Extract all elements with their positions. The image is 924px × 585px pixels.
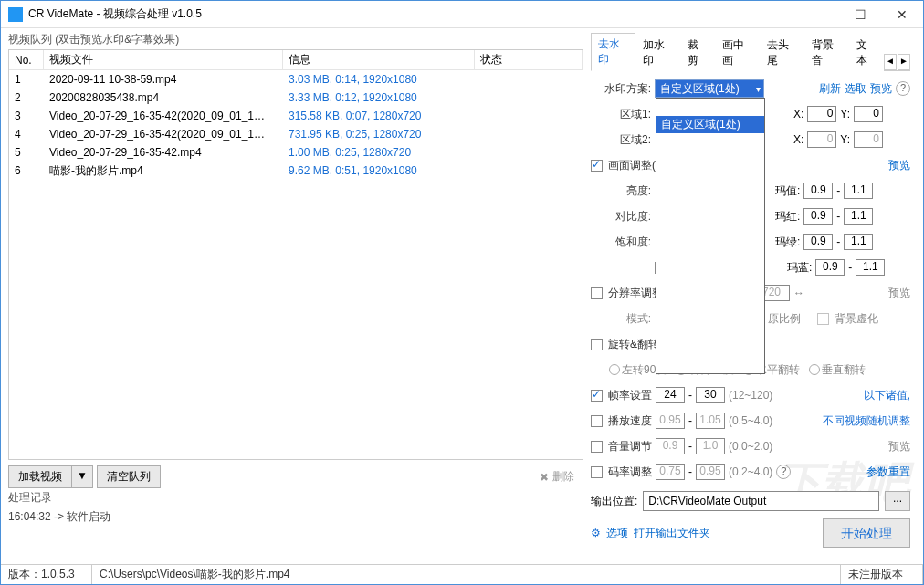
adjust-checkbox[interactable] xyxy=(591,160,603,172)
refresh-link[interactable]: 刷新 xyxy=(819,81,841,97)
speed-label: 播放速度 xyxy=(608,413,652,429)
tab-4[interactable]: 去头尾 xyxy=(760,34,804,71)
clear-queue-button[interactable]: 清空队列 xyxy=(97,465,161,488)
vol-lo-input[interactable]: 0.9 xyxy=(656,438,685,454)
fps-hi-input[interactable]: 30 xyxy=(696,387,725,403)
speed-hi-input[interactable]: 1.05 xyxy=(696,413,725,429)
minimize-button[interactable]: — xyxy=(797,1,839,28)
x-icon: ✖ xyxy=(540,471,549,484)
close-button[interactable]: ✕ xyxy=(881,1,923,28)
res-preview-link[interactable]: 预览 xyxy=(888,286,910,301)
pick-link[interactable]: 选取 xyxy=(845,81,866,97)
rotate-l90-radio[interactable] xyxy=(609,364,620,375)
tab-3[interactable]: 画中画 xyxy=(715,34,760,71)
adjust-preview-link[interactable]: 预览 xyxy=(888,158,910,173)
dropdown-option[interactable]: 小红书 xyxy=(656,321,764,339)
swap-icon[interactable]: ↔ xyxy=(793,287,804,299)
scheme-select[interactable]: 自定义区域(1处)▾ 不去水印自定义区域(1处)自定义区域(2处)Bilibil… xyxy=(655,79,764,98)
dropdown-option[interactable]: Bilibili xyxy=(656,151,764,165)
load-video-button[interactable]: 加载视频▼ xyxy=(8,465,93,488)
start-button[interactable]: 开始处理 xyxy=(823,518,910,548)
gamma-r-lo-input[interactable]: 0.9 xyxy=(803,208,833,225)
log-output: 16:04:32 -> 软件启动 xyxy=(8,507,583,539)
tab-prev-button[interactable]: ◄ xyxy=(884,54,897,70)
region2-x-input: 0 xyxy=(807,131,836,148)
fps-checkbox[interactable] xyxy=(591,390,603,402)
col-info[interactable]: 信息 xyxy=(283,50,475,69)
fps-lo-input[interactable]: 24 xyxy=(656,387,685,403)
col-state[interactable]: 状态 xyxy=(475,50,583,69)
adjust-label: 画面调整( xyxy=(608,158,656,173)
table-row[interactable]: 4Video_20-07-29_16-35-42(2020_09_01_1…73… xyxy=(9,125,583,143)
video-list[interactable]: No. 视频文件 信息 状态 12020-09-11 10-38-59.mp43… xyxy=(8,49,583,460)
dropdown-option[interactable]: 腾讯视频 xyxy=(656,269,764,287)
chevron-down-icon[interactable]: ▼ xyxy=(72,465,93,488)
speed-checkbox[interactable] xyxy=(591,415,603,427)
dropdown-option[interactable]: 趣多拍 xyxy=(656,252,764,269)
region1-y-input[interactable]: 0 xyxy=(854,106,883,122)
fps-note: 以下诸值, xyxy=(864,388,910,403)
gamma-b-hi-input[interactable]: 1.1 xyxy=(856,259,885,276)
table-row[interactable]: 5Video_20-07-29_16-35-42.mp41.00 MB, 0:2… xyxy=(9,143,583,162)
output-label: 输出位置: xyxy=(591,494,637,509)
col-no[interactable]: No. xyxy=(9,50,44,69)
chevron-down-icon: ▾ xyxy=(756,84,761,94)
gamma-hi-input[interactable]: 1.1 xyxy=(844,183,873,199)
gamma-b-lo-input[interactable]: 0.9 xyxy=(815,259,845,276)
scheme-dropdown[interactable]: 不去水印自定义区域(1处)自定义区域(2处)Bilibili爱奇艺好看视频梨视频… xyxy=(656,98,765,374)
tab-6[interactable]: 文本 xyxy=(849,34,884,71)
bitrate-hi-input[interactable]: 0.95 xyxy=(696,464,725,480)
delete-button[interactable]: ✖删除 xyxy=(530,466,583,487)
tabs: 去水印加水印裁剪画中画去头尾背景音文本◄► xyxy=(591,49,910,71)
vflip-radio[interactable] xyxy=(809,364,820,375)
maximize-button[interactable]: ☐ xyxy=(839,1,881,28)
browse-button[interactable]: ... xyxy=(885,491,910,511)
help-icon[interactable]: ? xyxy=(776,465,791,479)
tab-2[interactable]: 裁剪 xyxy=(680,34,715,71)
help-icon[interactable]: ? xyxy=(896,81,910,96)
col-file[interactable]: 视频文件 xyxy=(44,50,283,69)
x-label: X: xyxy=(793,108,803,120)
gamma-lo-input[interactable]: 0.9 xyxy=(803,183,833,199)
dropdown-option[interactable]: 西瓜视频 xyxy=(656,304,764,321)
open-output-link[interactable]: 打开输出文件夹 xyxy=(634,526,710,541)
table-row[interactable]: 12020-09-11 10-38-59.mp43.03 MB, 0:14, 1… xyxy=(9,70,583,89)
mode-label: 模式: xyxy=(591,311,651,327)
table-row[interactable]: 6喵影-我的影片.mp49.62 MB, 0:51, 1920x1080 xyxy=(9,162,583,180)
table-row[interactable]: 220200828035438.mp43.33 MB, 0:12, 1920x1… xyxy=(9,89,583,107)
speed-lo-input[interactable]: 0.95 xyxy=(656,413,685,429)
tab-next-button[interactable]: ► xyxy=(898,54,910,70)
gamma-g-lo-input[interactable]: 0.9 xyxy=(803,234,833,250)
bitrate-checkbox[interactable] xyxy=(591,466,603,478)
preview-link[interactable]: 预览 xyxy=(870,81,892,97)
tab-0[interactable]: 去水印 xyxy=(591,33,635,71)
dropdown-option[interactable]: 秒拍 xyxy=(656,235,764,252)
dropdown-option[interactable]: 爱奇艺 xyxy=(656,165,764,183)
dropdown-option[interactable]: 自定义区域(2处) xyxy=(656,133,764,151)
bg-blur-label: 背景虚化 xyxy=(835,311,878,327)
volume-checkbox[interactable] xyxy=(591,441,603,453)
vol-preview-link[interactable]: 预览 xyxy=(888,439,910,454)
rotate-checkbox[interactable] xyxy=(591,339,603,350)
dropdown-option[interactable]: 梨视频左 xyxy=(656,217,764,235)
tab-1[interactable]: 加水印 xyxy=(635,34,680,71)
dropdown-option[interactable]: 好看视频 xyxy=(656,183,764,200)
resolution-checkbox[interactable] xyxy=(591,287,603,299)
vol-hi-input[interactable]: 1.0 xyxy=(696,438,725,454)
dropdown-option[interactable]: 知乎视频 xyxy=(656,356,764,373)
reset-params-link[interactable]: 参数重置 xyxy=(866,465,910,480)
gamma-r-hi-input[interactable]: 1.1 xyxy=(844,208,873,225)
bitrate-lo-input[interactable]: 0.75 xyxy=(656,464,685,480)
options-link[interactable]: 选项 xyxy=(606,526,628,541)
table-row[interactable]: 3Video_20-07-29_16-35-42(2020_09_01_1…31… xyxy=(9,107,583,125)
log-label: 处理记录 xyxy=(8,490,583,506)
dropdown-option[interactable]: 梨视频右 xyxy=(656,200,764,217)
tab-5[interactable]: 背景音 xyxy=(804,34,849,71)
dropdown-option[interactable]: 微博 xyxy=(656,287,764,304)
gamma-g-hi-input[interactable]: 1.1 xyxy=(844,234,873,250)
dropdown-option[interactable]: 自定义区域(1处) xyxy=(656,116,764,133)
dropdown-option[interactable]: 优酷视频 xyxy=(656,339,764,356)
dropdown-option[interactable]: 不去水印 xyxy=(656,99,764,116)
region1-x-input[interactable]: 0 xyxy=(807,106,836,122)
output-path-input[interactable] xyxy=(643,491,879,511)
